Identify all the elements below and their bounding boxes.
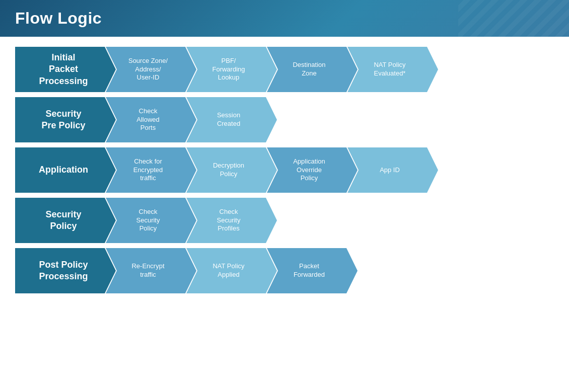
step-security-policy-0: Check Security Policy <box>106 198 196 243</box>
step-security-policy-1: Check Security Profiles <box>186 198 277 243</box>
category-security-pre: Security Pre Policy <box>15 97 116 142</box>
page-title: Flow Logic <box>15 9 554 28</box>
flow-row-post-policy: Post Policy ProcessingRe-Encrypt traffic… <box>15 248 554 293</box>
flow-row-initial-packet: Initial Packet ProcessingSource Zone/ Ad… <box>15 47 554 92</box>
flow-row-security-pre: Security Pre PolicyCheck Allowed PortsSe… <box>15 97 554 142</box>
step-initial-packet-0: Source Zone/ Address/ User-ID <box>106 47 196 92</box>
flow-row-security-policy: Security PolicyCheck Security PolicyChec… <box>15 198 554 243</box>
category-application: Application <box>15 147 116 193</box>
category-initial-packet: Initial Packet Processing <box>15 47 116 92</box>
step-security-pre-0: Check Allowed Ports <box>106 97 196 142</box>
step-application-2: Application Override Policy <box>267 147 358 193</box>
step-post-policy-2: Packet Forwarded <box>267 248 358 293</box>
step-initial-packet-1: PBF/ Forwarding Lookup <box>186 47 277 92</box>
category-post-policy: Post Policy Processing <box>15 248 116 293</box>
step-security-pre-1: Session Created <box>186 97 277 142</box>
flow-row-application: ApplicationCheck for Encrypted trafficDe… <box>15 147 554 193</box>
category-security-policy: Security Policy <box>15 198 116 243</box>
step-initial-packet-3: NAT Policy Evaluated* <box>347 47 438 92</box>
main-content: Initial Packet ProcessingSource Zone/ Ad… <box>0 37 569 298</box>
header: Flow Logic <box>0 0 569 37</box>
step-application-3: App ID <box>347 147 438 193</box>
step-post-policy-0: Re-Encrypt traffic <box>106 248 196 293</box>
step-application-1: Decryption Policy <box>186 147 277 193</box>
step-application-0: Check for Encrypted traffic <box>106 147 196 193</box>
step-initial-packet-2: Destination Zone <box>267 47 358 92</box>
step-post-policy-1: NAT Policy Applied <box>186 248 277 293</box>
